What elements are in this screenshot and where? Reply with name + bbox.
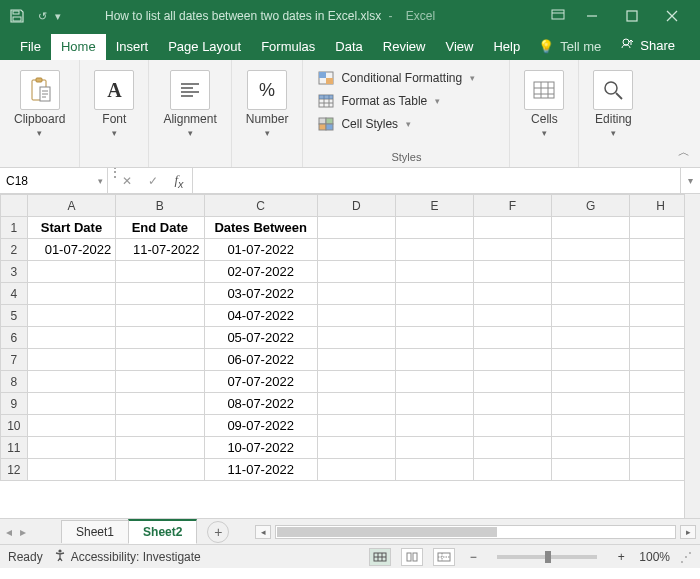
cell[interactable]: 01-07-2022 <box>204 239 317 261</box>
close-button[interactable] <box>652 0 692 32</box>
cell[interactable]: 07-07-2022 <box>204 371 317 393</box>
cell[interactable]: 11-07-2022 <box>204 459 317 481</box>
cell[interactable] <box>395 393 473 415</box>
cell[interactable] <box>116 327 204 349</box>
cell[interactable] <box>317 415 395 437</box>
cell[interactable] <box>630 305 684 327</box>
zoom-in-button[interactable]: + <box>613 550 629 564</box>
cell[interactable] <box>552 415 630 437</box>
cell[interactable]: 02-07-2022 <box>204 261 317 283</box>
tab-file[interactable]: File <box>10 34 51 60</box>
cell[interactable] <box>630 459 684 481</box>
cell[interactable] <box>27 261 115 283</box>
tab-review[interactable]: Review <box>373 34 436 60</box>
expand-formula-bar-icon[interactable]: ▾ <box>680 168 700 193</box>
cell[interactable] <box>473 283 551 305</box>
cell[interactable] <box>116 349 204 371</box>
cell[interactable] <box>473 415 551 437</box>
col-header[interactable]: A <box>27 195 115 217</box>
scroll-right-button[interactable]: ▸ <box>680 525 696 539</box>
cell[interactable] <box>27 459 115 481</box>
zoom-slider[interactable] <box>497 555 597 559</box>
cell[interactable] <box>116 371 204 393</box>
tab-formulas[interactable]: Formulas <box>251 34 325 60</box>
cell[interactable] <box>116 415 204 437</box>
cell[interactable] <box>116 393 204 415</box>
row-header[interactable]: 3 <box>1 261 28 283</box>
share-button[interactable]: Share <box>609 37 687 60</box>
tab-help[interactable]: Help <box>483 34 530 60</box>
insert-function-button[interactable]: fx <box>166 172 192 190</box>
cell[interactable]: Dates Between <box>204 217 317 239</box>
cell[interactable] <box>552 327 630 349</box>
cell[interactable] <box>395 305 473 327</box>
cell[interactable]: 10-07-2022 <box>204 437 317 459</box>
resize-grip-icon[interactable]: ⋰ <box>680 550 690 564</box>
row-header[interactable]: 10 <box>1 415 28 437</box>
cell[interactable] <box>473 217 551 239</box>
tab-page-layout[interactable]: Page Layout <box>158 34 251 60</box>
enter-formula-button[interactable]: ✓ <box>140 174 166 188</box>
clipboard-button[interactable]: Clipboard ▾ <box>8 66 71 138</box>
cell[interactable] <box>317 459 395 481</box>
cell[interactable] <box>27 393 115 415</box>
cell[interactable] <box>552 239 630 261</box>
cell[interactable] <box>395 261 473 283</box>
cell[interactable] <box>395 217 473 239</box>
cell-styles-button[interactable]: Cell Styles ▾ <box>315 114 497 134</box>
maximize-button[interactable] <box>612 0 652 32</box>
conditional-formatting-button[interactable]: Conditional Formatting ▾ <box>315 68 497 88</box>
tell-me[interactable]: 💡 Tell me <box>530 39 609 60</box>
zoom-out-button[interactable]: − <box>465 550 481 564</box>
cell[interactable] <box>116 459 204 481</box>
cell[interactable] <box>317 327 395 349</box>
accessibility-button[interactable]: Accessibility: Investigate <box>53 548 201 565</box>
cell[interactable] <box>552 393 630 415</box>
page-layout-view-button[interactable] <box>401 548 423 566</box>
cell[interactable] <box>395 283 473 305</box>
row-header[interactable]: 6 <box>1 327 28 349</box>
cell[interactable] <box>552 305 630 327</box>
cell[interactable]: 08-07-2022 <box>204 393 317 415</box>
font-button[interactable]: A Font ▾ <box>88 66 140 138</box>
cell[interactable] <box>317 283 395 305</box>
cell[interactable] <box>552 371 630 393</box>
cell[interactable]: 05-07-2022 <box>204 327 317 349</box>
cell[interactable] <box>27 437 115 459</box>
cell[interactable] <box>317 371 395 393</box>
sheet-tab[interactable]: Sheet2 <box>128 519 197 544</box>
select-all-button[interactable] <box>1 195 28 217</box>
cell[interactable] <box>630 371 684 393</box>
tab-view[interactable]: View <box>435 34 483 60</box>
cell[interactable]: 01-07-2022 <box>27 239 115 261</box>
cell[interactable] <box>317 437 395 459</box>
cell[interactable]: End Date <box>116 217 204 239</box>
cell[interactable] <box>395 415 473 437</box>
cells-button[interactable]: Cells ▾ <box>518 66 570 138</box>
cell[interactable] <box>395 349 473 371</box>
cell[interactable] <box>473 261 551 283</box>
cell[interactable] <box>27 283 115 305</box>
page-break-view-button[interactable] <box>433 548 455 566</box>
cell[interactable] <box>317 349 395 371</box>
zoom-level[interactable]: 100% <box>639 550 670 564</box>
cell[interactable] <box>395 239 473 261</box>
cell[interactable] <box>473 305 551 327</box>
cell[interactable]: 03-07-2022 <box>204 283 317 305</box>
cell[interactable] <box>395 437 473 459</box>
cell[interactable] <box>630 393 684 415</box>
sheet-nav-next-icon[interactable]: ▸ <box>20 525 26 539</box>
cancel-formula-button[interactable]: ✕ <box>114 174 140 188</box>
sheet-nav-prev-icon[interactable]: ◂ <box>6 525 12 539</box>
cell[interactable] <box>473 327 551 349</box>
cell[interactable] <box>473 349 551 371</box>
cell[interactable] <box>473 459 551 481</box>
spreadsheet-grid[interactable]: A B C D E F G H 1 Start Date End Date Da… <box>0 194 684 481</box>
cell[interactable] <box>630 327 684 349</box>
cell[interactable] <box>630 283 684 305</box>
col-header[interactable]: D <box>317 195 395 217</box>
cell[interactable] <box>27 371 115 393</box>
cell[interactable] <box>630 349 684 371</box>
cell[interactable] <box>27 305 115 327</box>
cell[interactable] <box>552 283 630 305</box>
